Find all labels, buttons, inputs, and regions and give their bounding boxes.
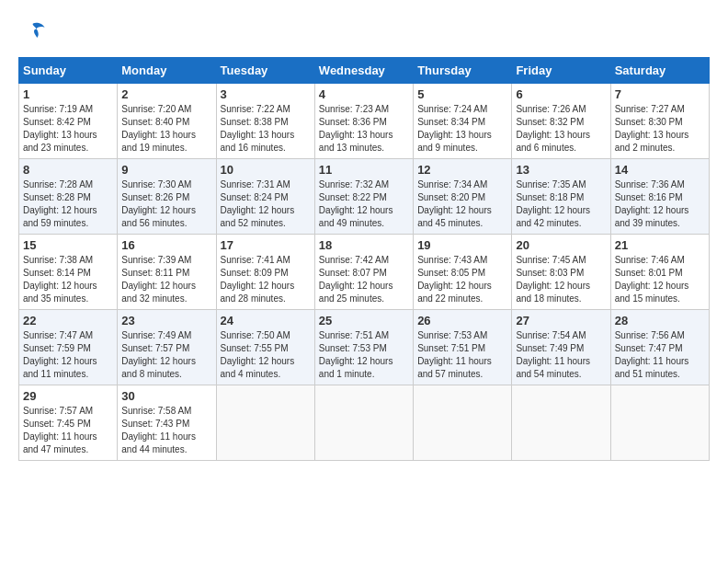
header-row: SundayMondayTuesdayWednesdayThursdayFrid… — [19, 58, 710, 84]
calendar-cell: 16Sunrise: 7:39 AM Sunset: 8:11 PM Dayli… — [118, 235, 216, 310]
day-number: 8 — [23, 163, 113, 177]
calendar-cell: 24Sunrise: 7:50 AM Sunset: 7:55 PM Dayli… — [216, 310, 314, 385]
day-info: Sunrise: 7:23 AM Sunset: 8:36 PM Dayligh… — [319, 103, 409, 155]
day-number: 30 — [121, 389, 211, 403]
day-info: Sunrise: 7:22 AM Sunset: 8:38 PM Dayligh… — [221, 103, 311, 155]
day-number: 19 — [417, 238, 507, 252]
day-info: Sunrise: 7:45 AM Sunset: 8:03 PM Dayligh… — [516, 254, 606, 305]
day-info: Sunrise: 7:50 AM Sunset: 7:55 PM Dayligh… — [221, 329, 311, 381]
col-header-friday: Friday — [512, 58, 610, 84]
calendar-table: SundayMondayTuesdayWednesdayThursdayFrid… — [18, 57, 710, 461]
calendar-cell: 10Sunrise: 7:31 AM Sunset: 8:24 PM Dayli… — [216, 159, 314, 235]
calendar-cell: 21Sunrise: 7:46 AM Sunset: 8:01 PM Dayli… — [610, 235, 709, 310]
page-header — [18, 18, 710, 48]
day-info: Sunrise: 7:56 AM Sunset: 7:47 PM Dayligh… — [615, 329, 705, 381]
day-info: Sunrise: 7:41 AM Sunset: 8:09 PM Dayligh… — [221, 254, 311, 305]
day-info: Sunrise: 7:39 AM Sunset: 8:11 PM Dayligh… — [121, 254, 211, 305]
calendar-cell — [610, 385, 709, 461]
calendar-cell: 2Sunrise: 7:20 AM Sunset: 8:40 PM Daylig… — [118, 84, 216, 159]
calendar-cell: 14Sunrise: 7:36 AM Sunset: 8:16 PM Dayli… — [610, 159, 709, 235]
day-info: Sunrise: 7:34 AM Sunset: 8:20 PM Dayligh… — [417, 178, 507, 230]
day-info: Sunrise: 7:30 AM Sunset: 8:26 PM Dayligh… — [121, 178, 211, 230]
col-header-thursday: Thursday — [414, 58, 512, 84]
day-number: 29 — [23, 389, 113, 403]
week-row-1: 1Sunrise: 7:19 AM Sunset: 8:42 PM Daylig… — [19, 84, 710, 159]
calendar-cell: 6Sunrise: 7:26 AM Sunset: 8:32 PM Daylig… — [512, 84, 610, 159]
calendar-cell: 25Sunrise: 7:51 AM Sunset: 7:53 PM Dayli… — [314, 310, 413, 385]
day-number: 27 — [516, 314, 606, 327]
day-number: 25 — [319, 314, 409, 327]
week-row-4: 22Sunrise: 7:47 AM Sunset: 7:59 PM Dayli… — [19, 310, 710, 385]
calendar-cell — [216, 385, 314, 461]
day-info: Sunrise: 7:35 AM Sunset: 8:18 PM Dayligh… — [516, 178, 606, 230]
calendar-cell: 1Sunrise: 7:19 AM Sunset: 8:42 PM Daylig… — [19, 84, 118, 159]
calendar-cell: 28Sunrise: 7:56 AM Sunset: 7:47 PM Dayli… — [610, 310, 709, 385]
day-number: 20 — [516, 238, 606, 252]
day-number: 6 — [516, 87, 606, 101]
day-info: Sunrise: 7:28 AM Sunset: 8:28 PM Dayligh… — [23, 178, 113, 230]
col-header-sunday: Sunday — [19, 58, 118, 84]
calendar-cell: 15Sunrise: 7:38 AM Sunset: 8:14 PM Dayli… — [19, 235, 118, 310]
day-number: 2 — [121, 87, 211, 101]
day-info: Sunrise: 7:20 AM Sunset: 8:40 PM Dayligh… — [121, 103, 211, 155]
day-number: 26 — [417, 314, 507, 327]
day-info: Sunrise: 7:58 AM Sunset: 7:43 PM Dayligh… — [121, 405, 211, 456]
day-info: Sunrise: 7:57 AM Sunset: 7:45 PM Dayligh… — [23, 405, 113, 456]
day-number: 5 — [417, 87, 507, 101]
calendar-cell — [512, 385, 610, 461]
day-number: 4 — [319, 87, 409, 101]
day-number: 22 — [23, 314, 113, 327]
day-info: Sunrise: 7:42 AM Sunset: 8:07 PM Dayligh… — [319, 254, 409, 305]
col-header-saturday: Saturday — [610, 58, 709, 84]
calendar-cell: 4Sunrise: 7:23 AM Sunset: 8:36 PM Daylig… — [314, 84, 413, 159]
day-number: 16 — [121, 238, 211, 252]
col-header-monday: Monday — [118, 58, 216, 84]
calendar-cell: 29Sunrise: 7:57 AM Sunset: 7:45 PM Dayli… — [19, 385, 118, 461]
day-info: Sunrise: 7:31 AM Sunset: 8:24 PM Dayligh… — [221, 178, 311, 230]
day-info: Sunrise: 7:19 AM Sunset: 8:42 PM Dayligh… — [23, 103, 113, 155]
day-number: 9 — [121, 163, 211, 177]
calendar-cell: 23Sunrise: 7:49 AM Sunset: 7:57 PM Dayli… — [118, 310, 216, 385]
day-info: Sunrise: 7:38 AM Sunset: 8:14 PM Dayligh… — [23, 254, 113, 305]
calendar-cell: 22Sunrise: 7:47 AM Sunset: 7:59 PM Dayli… — [19, 310, 118, 385]
day-number: 14 — [615, 163, 705, 177]
calendar-cell: 19Sunrise: 7:43 AM Sunset: 8:05 PM Dayli… — [414, 235, 512, 310]
calendar-cell: 12Sunrise: 7:34 AM Sunset: 8:20 PM Dayli… — [414, 159, 512, 235]
day-info: Sunrise: 7:24 AM Sunset: 8:34 PM Dayligh… — [417, 103, 507, 155]
calendar-cell: 30Sunrise: 7:58 AM Sunset: 7:43 PM Dayli… — [118, 385, 216, 461]
day-info: Sunrise: 7:27 AM Sunset: 8:30 PM Dayligh… — [615, 103, 705, 155]
week-row-2: 8Sunrise: 7:28 AM Sunset: 8:28 PM Daylig… — [19, 159, 710, 235]
day-number: 15 — [23, 238, 113, 252]
day-info: Sunrise: 7:36 AM Sunset: 8:16 PM Dayligh… — [615, 178, 705, 230]
calendar-cell: 7Sunrise: 7:27 AM Sunset: 8:30 PM Daylig… — [610, 84, 709, 159]
calendar-cell: 27Sunrise: 7:54 AM Sunset: 7:49 PM Dayli… — [512, 310, 610, 385]
calendar-cell: 9Sunrise: 7:30 AM Sunset: 8:26 PM Daylig… — [118, 159, 216, 235]
logo — [18, 18, 46, 48]
week-row-5: 29Sunrise: 7:57 AM Sunset: 7:45 PM Dayli… — [19, 385, 710, 461]
calendar-cell: 13Sunrise: 7:35 AM Sunset: 8:18 PM Dayli… — [512, 159, 610, 235]
col-header-wednesday: Wednesday — [314, 58, 413, 84]
calendar-cell: 17Sunrise: 7:41 AM Sunset: 8:09 PM Dayli… — [216, 235, 314, 310]
day-number: 7 — [615, 87, 705, 101]
day-number: 12 — [417, 163, 507, 177]
logo-icon — [20, 18, 46, 44]
calendar-cell: 11Sunrise: 7:32 AM Sunset: 8:22 PM Dayli… — [314, 159, 413, 235]
calendar-cell: 20Sunrise: 7:45 AM Sunset: 8:03 PM Dayli… — [512, 235, 610, 310]
day-info: Sunrise: 7:51 AM Sunset: 7:53 PM Dayligh… — [319, 329, 409, 381]
day-info: Sunrise: 7:26 AM Sunset: 8:32 PM Dayligh… — [516, 103, 606, 155]
calendar-cell: 3Sunrise: 7:22 AM Sunset: 8:38 PM Daylig… — [216, 84, 314, 159]
day-number: 18 — [319, 238, 409, 252]
day-number: 28 — [615, 314, 705, 327]
day-number: 11 — [319, 163, 409, 177]
calendar-cell: 26Sunrise: 7:53 AM Sunset: 7:51 PM Dayli… — [414, 310, 512, 385]
calendar-cell: 5Sunrise: 7:24 AM Sunset: 8:34 PM Daylig… — [414, 84, 512, 159]
day-number: 3 — [221, 87, 311, 101]
day-number: 1 — [23, 87, 113, 101]
day-info: Sunrise: 7:49 AM Sunset: 7:57 PM Dayligh… — [121, 329, 211, 381]
calendar-cell — [414, 385, 512, 461]
day-info: Sunrise: 7:32 AM Sunset: 8:22 PM Dayligh… — [319, 178, 409, 230]
day-number: 13 — [516, 163, 606, 177]
calendar-cell — [314, 385, 413, 461]
day-info: Sunrise: 7:47 AM Sunset: 7:59 PM Dayligh… — [23, 329, 113, 381]
day-info: Sunrise: 7:46 AM Sunset: 8:01 PM Dayligh… — [615, 254, 705, 305]
